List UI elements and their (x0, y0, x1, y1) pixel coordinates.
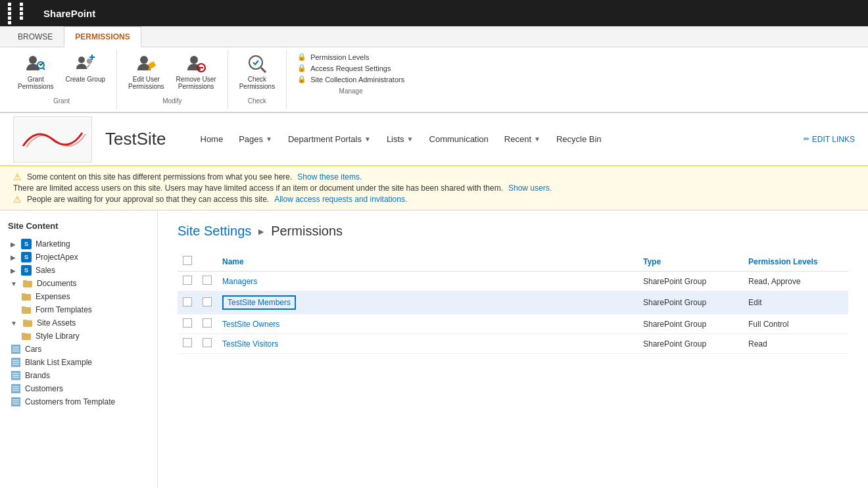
managers-inner-checkbox[interactable] (203, 276, 212, 285)
visitors-outer-checkbox[interactable] (183, 338, 192, 347)
row-owners-level: Full Control (743, 314, 848, 334)
testsite-owners-link[interactable]: TestSite Owners (222, 320, 279, 329)
main-content: Site Content ▶ S Marketing ▶ S ProjectAp… (0, 210, 868, 488)
svg-point-6 (140, 56, 148, 64)
top-bar: SharePoint (0, 0, 868, 26)
sidebar-title: Site Content (8, 221, 149, 231)
row-owners-check (178, 314, 197, 334)
nav-recycle-bin[interactable]: Recycle Bin (548, 134, 610, 144)
svg-point-2 (78, 57, 85, 63)
remove-user-permissions-icon (185, 53, 206, 74)
permission-levels-item[interactable]: 🔒 Permission Levels (297, 53, 404, 61)
blank-list-icon (11, 357, 21, 368)
nav-home[interactable]: Home (193, 134, 231, 144)
show-these-items-link[interactable]: Show these items. (297, 172, 362, 182)
members-inner-checkbox[interactable] (203, 297, 212, 306)
owners-outer-checkbox[interactable] (183, 318, 192, 328)
grant-permissions-icon (25, 53, 46, 74)
projectapex-sp-icon: S (21, 252, 32, 262)
edit-links-button[interactable]: ✏ EDIT LINKS (804, 135, 855, 144)
table-row: TestSite Visitors SharePoint Group Read (178, 334, 848, 354)
row-owners-name: TestSite Owners (217, 314, 638, 334)
site-collection-icon: 🔒 (297, 75, 306, 84)
row-visitors-check (178, 334, 197, 354)
table-row: TestSite Members SharePoint Group Edit (178, 291, 848, 314)
header-type: Type (638, 252, 743, 272)
create-group-icon (75, 53, 96, 74)
ribbon-modify-label: Modify (162, 97, 181, 105)
projectapex-chevron: ▶ (11, 254, 16, 261)
row-members-name: TestSite Members (217, 291, 638, 314)
edit-links-label: EDIT LINKS (812, 135, 855, 144)
sidebar-item-marketing[interactable]: ▶ S Marketing (8, 237, 149, 251)
sidebar-item-projectapex[interactable]: ▶ S ProjectApex (8, 251, 149, 264)
sidebar-item-cars[interactable]: Cars (8, 343, 149, 356)
ribbon-group-modify: Edit UserPermissions Remove UserPermissi… (117, 50, 228, 109)
sidebar-item-customers[interactable]: Customers (8, 382, 149, 395)
sales-chevron: ▶ (11, 267, 16, 274)
check-permissions-button[interactable]: CheckPermissions (235, 50, 279, 93)
sidebar-item-brands[interactable]: Brands (8, 369, 149, 382)
access-requests-link[interactable]: Allow access requests and invitations. (274, 195, 407, 204)
warning-row-3: ⚠ People are waiting for your approval s… (13, 194, 855, 205)
testsite-visitors-link[interactable]: TestSite Visitors (222, 339, 278, 349)
sidebar: Site Content ▶ S Marketing ▶ S ProjectAp… (0, 210, 158, 488)
sidebar-item-form-templates[interactable]: Form Templates (8, 303, 149, 316)
sidebar-item-site-assets[interactable]: ▼ Site Assets (8, 316, 149, 329)
brands-list-icon (11, 370, 21, 381)
app-grid-icon[interactable] (8, 3, 30, 24)
remove-user-permissions-label: Remove UserPermissions (176, 76, 216, 90)
visitors-inner-checkbox[interactable] (203, 338, 212, 347)
nav-recent-chevron: ▼ (534, 135, 541, 143)
select-all-checkbox[interactable] (183, 256, 192, 265)
testsite-members-link[interactable]: TestSite Members (222, 295, 296, 310)
edit-user-permissions-button[interactable]: Edit UserPermissions (124, 50, 168, 93)
warning-text-3: People are waiting for your approval so … (27, 195, 269, 204)
tab-browse[interactable]: BROWSE (7, 26, 64, 47)
sidebar-item-customers-label: Customers (25, 384, 63, 393)
site-title: TestSite (105, 129, 166, 149)
access-request-settings-item[interactable]: 🔒 Access Request Settings (297, 64, 404, 72)
header-permission-levels: Permission Levels (743, 252, 848, 272)
sidebar-item-projectapex-label: ProjectApex (36, 253, 78, 262)
sidebar-item-expenses[interactable]: Expenses (8, 290, 149, 303)
style-library-folder-icon (21, 331, 32, 341)
edit-user-permissions-icon (135, 53, 157, 74)
warning-row-2: There are limited access users on this s… (13, 183, 855, 193)
sidebar-item-sales[interactable]: ▶ S Sales (8, 264, 149, 277)
create-group-button[interactable]: Create Group (60, 50, 110, 93)
remove-user-permissions-button[interactable]: Remove UserPermissions (172, 50, 221, 93)
nav-pages[interactable]: Pages ▼ (231, 134, 280, 144)
nav-recent[interactable]: Recent ▼ (496, 134, 548, 144)
breadcrumb-arrow: ► (256, 226, 266, 237)
members-outer-checkbox[interactable] (183, 297, 192, 306)
site-collection-label: Site Collection Administrators (310, 76, 404, 84)
nav-department-portals[interactable]: Department Portals ▼ (280, 134, 379, 144)
sidebar-item-blank-list[interactable]: Blank List Example (8, 356, 149, 369)
sidebar-item-style-library[interactable]: Style Library (8, 329, 149, 343)
sidebar-item-customers-from-template[interactable]: Customers from Template (8, 395, 149, 408)
site-collection-admin-item[interactable]: 🔒 Site Collection Administrators (297, 75, 404, 84)
row-owners-type: SharePoint Group (638, 314, 743, 334)
app-title: SharePoint (43, 8, 95, 19)
grant-permissions-button[interactable]: GrantPermissions (13, 50, 58, 93)
expenses-folder-icon (21, 291, 32, 302)
tab-permissions[interactable]: PERMISSIONS (64, 26, 141, 47)
table-row: Managers SharePoint Group Read, Approve (178, 272, 848, 291)
show-users-link[interactable]: Show users. (508, 183, 552, 193)
breadcrumb-site-settings-link[interactable]: Site Settings (178, 224, 251, 239)
nav-lists[interactable]: Lists ▼ (379, 134, 422, 144)
permission-levels-icon: 🔒 (297, 53, 306, 61)
ribbon-manage-label: Manage (339, 87, 363, 95)
managers-link[interactable]: Managers (222, 277, 257, 286)
sidebar-item-sales-label: Sales (36, 266, 55, 275)
ribbon-check-label: Check (248, 97, 266, 105)
sidebar-item-marketing-label: Marketing (36, 239, 70, 249)
nav-communication[interactable]: Communication (422, 134, 496, 144)
site-assets-chevron: ▼ (11, 320, 17, 327)
sidebar-item-documents[interactable]: ▼ Documents (8, 277, 149, 290)
owners-inner-checkbox[interactable] (203, 318, 212, 328)
managers-outer-checkbox[interactable] (183, 276, 192, 285)
row-members-type: SharePoint Group (638, 291, 743, 314)
sidebar-item-form-templates-label: Form Templates (36, 305, 92, 314)
